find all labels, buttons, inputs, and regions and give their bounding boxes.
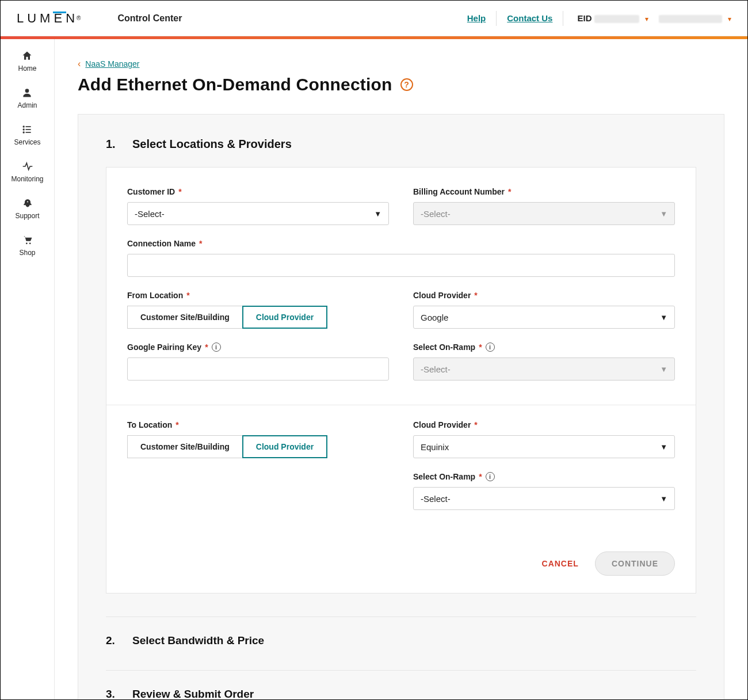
wizard-panel: 1. Select Locations & Providers Customer… [78, 114, 724, 699]
chevron-down-icon: ▼ [660, 443, 667, 451]
list-icon [21, 123, 33, 136]
required-mark: * [474, 291, 477, 300]
chevron-down-icon: ▼ [660, 365, 667, 374]
customer-id-label: Customer ID [127, 187, 175, 196]
user-icon [21, 86, 33, 99]
continue-button[interactable]: CONTINUE [595, 551, 675, 576]
breadcrumb: ‹ NaaS Manager [78, 59, 724, 69]
google-pairing-key-input-wrap [127, 357, 389, 381]
required-mark: * [479, 343, 482, 352]
required-mark: * [205, 343, 208, 352]
to-location-label: To Location [127, 420, 172, 429]
from-location-site-button[interactable]: Customer Site/Building [127, 306, 242, 329]
app-title: Control Center [117, 13, 182, 24]
to-on-ramp-label: Select On-Ramp [413, 472, 475, 481]
select-value: -Select- [421, 364, 451, 374]
svg-point-8 [26, 243, 28, 245]
svg-point-5 [23, 131, 25, 133]
from-cloud-provider-label: Cloud Provider [413, 291, 471, 300]
sidebar-item-label: Monitoring [11, 175, 43, 183]
to-location-toggle: Customer Site/Building Cloud Provider [127, 435, 389, 458]
chevron-down-icon: ▼ [660, 313, 667, 322]
select-value: Google [421, 313, 448, 322]
step-number: 1. [106, 138, 116, 151]
to-on-ramp-select[interactable]: -Select- ▼ [413, 487, 675, 510]
from-on-ramp-select[interactable]: -Select- ▼ [413, 357, 675, 381]
contact-us-link[interactable]: Contact Us [507, 13, 552, 23]
step-title: Select Bandwidth & Price [132, 634, 264, 647]
step-1-header: 1. Select Locations & Providers [106, 138, 696, 151]
to-location-cloud-button[interactable]: Cloud Provider [242, 435, 327, 458]
sidebar-item-admin[interactable]: Admin [17, 86, 37, 109]
step-number: 2. [106, 634, 116, 647]
required-mark: * [474, 420, 477, 429]
svg-rect-6 [26, 132, 31, 133]
home-icon [21, 50, 33, 62]
step-number: 3. [106, 688, 116, 699]
chevron-down-icon[interactable]: ▾ [645, 15, 648, 23]
eid-label: EID [577, 13, 591, 23]
left-sidebar: Home Admin Services Monitoring Support [1, 39, 55, 699]
to-cloud-provider-select[interactable]: Equinix ▼ [413, 435, 675, 458]
brand-logo: LUMEN® [17, 11, 81, 26]
sidebar-item-label: Admin [17, 101, 37, 109]
select-value: Equinix [421, 442, 449, 452]
from-on-ramp-label: Select On-Ramp [413, 343, 475, 352]
page-title: Add Ethernet On-Demand Connection [78, 75, 392, 94]
required-mark: * [479, 472, 482, 481]
from-cloud-provider-select[interactable]: Google ▼ [413, 306, 675, 329]
divider [496, 11, 497, 26]
svg-point-1 [23, 125, 25, 127]
sidebar-item-label: Shop [19, 249, 35, 257]
brand-mark: ® [77, 15, 81, 21]
from-location-cloud-button[interactable]: Cloud Provider [242, 306, 327, 329]
svg-point-7 [26, 201, 28, 202]
google-pairing-key-input[interactable] [135, 358, 381, 380]
sidebar-item-home[interactable]: Home [18, 50, 36, 73]
cancel-button[interactable]: CANCEL [542, 559, 579, 568]
sidebar-item-services[interactable]: Services [14, 123, 40, 146]
info-icon[interactable]: i [486, 343, 495, 352]
billing-account-label: Billing Account Number [413, 187, 505, 196]
divider [563, 11, 563, 26]
select-value: -Select- [421, 209, 451, 219]
required-mark: * [175, 420, 178, 429]
activity-icon [21, 160, 34, 173]
svg-point-9 [29, 243, 30, 245]
required-mark: * [508, 187, 511, 196]
sidebar-item-monitoring[interactable]: Monitoring [11, 160, 43, 183]
required-mark: * [186, 291, 189, 300]
chevron-down-icon[interactable]: ▾ [728, 15, 731, 23]
sidebar-item-support[interactable]: Support [15, 197, 39, 220]
cart-icon [21, 234, 34, 246]
step-3-header: 3. Review & Submit Order [106, 670, 696, 699]
svg-point-3 [23, 128, 25, 130]
account-name-redacted [659, 15, 722, 23]
eid-value-redacted [594, 15, 639, 23]
breadcrumb-link-naas-manager[interactable]: NaaS Manager [85, 59, 139, 69]
info-icon[interactable]: i [486, 472, 495, 481]
help-link[interactable]: Help [467, 13, 486, 23]
main-content: ‹ NaaS Manager Add Ethernet On-Demand Co… [55, 39, 747, 699]
section-divider [106, 405, 696, 405]
select-value: -Select- [421, 494, 451, 504]
customer-id-select[interactable]: -Select- ▼ [127, 202, 389, 225]
chevron-down-icon: ▼ [660, 494, 667, 503]
sidebar-item-label: Home [18, 64, 36, 73]
svg-point-0 [25, 89, 29, 93]
step-2-header: 2. Select Bandwidth & Price [106, 617, 696, 647]
billing-account-select[interactable]: -Select- ▼ [413, 202, 675, 225]
required-mark: * [199, 239, 202, 248]
chevron-left-icon[interactable]: ‹ [78, 59, 81, 69]
sidebar-item-shop[interactable]: Shop [19, 234, 35, 257]
step-title: Select Locations & Providers [132, 138, 292, 151]
svg-rect-2 [26, 126, 31, 127]
help-icon[interactable]: ? [400, 78, 413, 91]
step-1-card: Customer ID * -Select- ▼ Billing Account… [106, 167, 696, 594]
info-icon[interactable]: i [212, 343, 221, 352]
step-title: Review & Submit Order [132, 688, 254, 699]
connection-name-input-wrap [127, 254, 675, 277]
to-location-site-button[interactable]: Customer Site/Building [127, 435, 242, 458]
connection-name-input[interactable] [135, 254, 667, 276]
sidebar-item-label: Support [15, 212, 39, 220]
